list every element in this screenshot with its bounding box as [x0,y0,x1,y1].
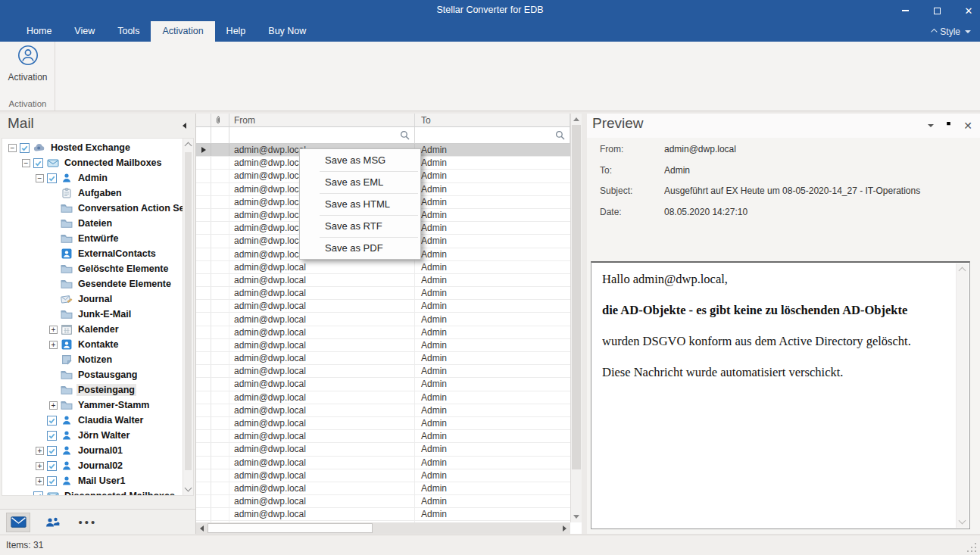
to-filter-input[interactable] [421,129,555,142]
mail-row[interactable]: admin@dwp.localAdmin [196,378,570,391]
scroll-down-icon[interactable] [959,517,966,525]
from-column-header[interactable]: From [229,114,415,126]
tab-buy-now[interactable]: Buy Now [257,21,317,42]
scroll-down-button[interactable] [571,511,582,522]
mail-row[interactable]: admin@dwp.localAdmin [196,313,570,326]
tree-item-connected-mailboxes[interactable]: −Connected Mailboxes [2,155,183,170]
checkbox-checked[interactable] [20,143,30,153]
checkbox-checked[interactable] [47,431,57,441]
expander-plus-icon[interactable]: + [49,326,58,334]
checkbox-checked[interactable] [33,491,43,496]
checkbox-checked[interactable] [47,173,57,183]
preview-dropdown-icon[interactable] [928,124,934,127]
tree-item-posteingang[interactable]: Posteingang [2,382,183,398]
collapse-ribbon-icon[interactable] [931,28,937,34]
tree-item-aufgaben[interactable]: Aufgaben [2,186,183,201]
search-icon[interactable] [400,130,410,140]
checkbox-checked[interactable] [47,446,57,456]
mail-row[interactable]: admin@dwp.localAdmin [196,457,570,469]
to-column-header[interactable]: To [415,114,570,126]
checkbox-checked[interactable] [47,416,57,426]
contacts-nav-button[interactable] [41,513,65,532]
mail-row[interactable]: admin@dwp.localAdmin [196,404,570,417]
maximize-button[interactable] [930,4,944,17]
checkbox-checked[interactable] [47,476,57,486]
mail-row[interactable]: admin@dwp.localAdmin [196,482,570,495]
mail-row[interactable]: admin@dwp.localAdmin [196,287,570,300]
expander-plus-icon[interactable]: + [49,401,58,410]
tab-tools[interactable]: Tools [106,21,151,42]
checkbox-checked[interactable] [47,461,57,471]
preview-close-icon[interactable]: ✕ [963,122,972,129]
tree-item-notizen[interactable]: Notizen [2,352,183,367]
tree-item-journal[interactable]: Journal [2,292,183,307]
mail-row[interactable]: admin@dwp.localAdmin [196,469,570,482]
tree-item-dateien[interactable]: Dateien [2,216,183,231]
mail-row[interactable]: admin@dwp.localAdmin [196,391,570,404]
scrollbar-thumb[interactable] [572,125,581,469]
mail-row[interactable]: admin@dwp.localAdmin [196,274,570,287]
tree-vertical-scrollbar[interactable] [183,139,193,495]
activation-button[interactable]: Activation [0,45,55,83]
tab-activation[interactable]: Activation [151,21,214,42]
tree-item-disconnected-mailboxes[interactable]: Disconnected Mailboxes [2,488,183,495]
table-vertical-scrollbar[interactable] [570,114,582,522]
checkbox-checked[interactable] [33,158,43,168]
search-icon[interactable] [555,130,565,140]
tree-item-kalender[interactable]: +Kalender [2,322,183,337]
table-horizontal-scrollbar[interactable] [196,522,570,534]
scrollbar-thumb[interactable] [208,523,373,533]
mail-nav-button[interactable] [6,513,30,532]
menu-item-save-as-msg[interactable]: Save as MSG [300,149,420,171]
mail-row[interactable]: admin@dwp.localAdmin [196,352,570,365]
mail-row[interactable]: admin@dwp.localAdmin [196,430,570,443]
scroll-right-button[interactable] [559,522,570,534]
expander-plus-icon[interactable]: + [36,462,44,470]
expander-plus-icon[interactable]: + [49,341,58,349]
tree-item-postausgang[interactable]: Postausgang [2,367,183,382]
style-dropdown-icon[interactable] [965,30,971,33]
expander-minus-icon[interactable]: − [22,159,30,167]
tree-item-admin[interactable]: −Admin [2,170,183,186]
pin-icon[interactable] [944,121,953,130]
tab-help[interactable]: Help [215,21,257,42]
panel-splitter[interactable] [582,114,587,535]
tree-item-entwürfe[interactable]: Entwürfe [2,231,183,246]
attachment-column-header[interactable] [211,114,229,126]
scroll-up-button[interactable] [571,114,582,125]
tree-item-conversation-action-set[interactable]: Conversation Action Set [2,201,183,216]
minimize-button[interactable] [898,4,912,17]
scroll-down-icon[interactable] [185,485,192,492]
expander-minus-icon[interactable]: − [36,174,44,182]
mail-row[interactable]: admin@dwp.localAdmin [196,495,570,508]
scroll-up-icon[interactable] [185,142,192,150]
preview-scrollbar[interactable] [956,263,969,528]
tree-item-journal01[interactable]: +Journal01 [2,443,183,458]
tree-item-mail-user1[interactable]: +Mail User1 [2,473,183,488]
mail-row[interactable]: admin@dwp.localAdmin [196,339,570,352]
tree-item-gesendete-elemente[interactable]: Gesendete Elemente [2,276,183,292]
from-filter-input[interactable] [234,129,400,142]
resize-grip[interactable] [967,542,977,552]
tree-item-hosted-exchange[interactable]: −Hosted Exchange [2,140,183,155]
mail-row[interactable]: admin@dwp.localAdmin [196,326,570,339]
tree-item-yammer-stamm[interactable]: +Yammer-Stamm [2,398,183,413]
tree-item-jörn-walter[interactable]: Jörn Walter [2,428,183,443]
menu-item-save-as-eml[interactable]: Save as EML [300,171,420,193]
style-label[interactable]: Style [940,27,960,37]
mail-row[interactable]: admin@dwp.localAdmin [196,261,570,274]
tree-item-gelöschte-elemente[interactable]: Gelöschte Elemente [2,261,183,276]
tab-view[interactable]: View [63,21,106,42]
tab-home[interactable]: Home [15,21,63,42]
tree-item-claudia-walter[interactable]: Claudia Walter [2,413,183,428]
tree-item-externalcontacts[interactable]: ExternalContacts [2,246,183,261]
expander-plus-icon[interactable]: + [36,477,44,485]
mail-row[interactable]: admin@dwp.localAdmin [196,365,570,378]
mail-row[interactable]: admin@dwp.localAdmin [196,300,570,313]
scroll-left-button[interactable] [196,522,208,534]
mail-row[interactable]: admin@dwp.localAdmin [196,417,570,430]
scroll-up-icon[interactable] [959,267,966,275]
style-control[interactable]: Style [931,21,971,42]
close-button[interactable]: ✕ [962,4,975,17]
tree-item-kontakte[interactable]: +Kontakte [2,337,183,352]
